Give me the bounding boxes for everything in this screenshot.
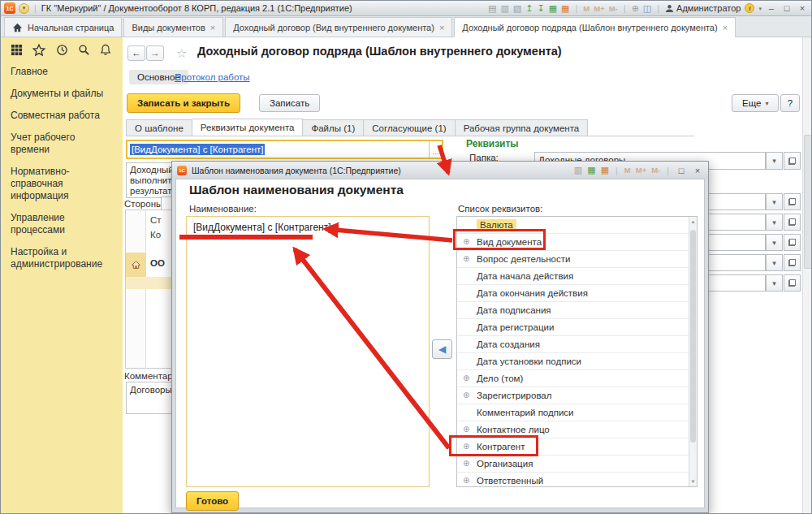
maximize-button[interactable]: □ <box>676 166 687 175</box>
vertical-scrollbar[interactable] <box>802 37 812 514</box>
dropdown-button[interactable]: ▾ <box>766 234 783 251</box>
expand-icon[interactable]: ⊕ <box>463 438 469 455</box>
open-button[interactable] <box>784 193 801 210</box>
expand-icon[interactable]: ⊕ <box>463 251 469 267</box>
memory-plus-button[interactable]: M+ <box>594 4 604 13</box>
sidebar-item-time-tracking[interactable]: Учет рабочего времени <box>1 127 123 161</box>
sidebar-item-process-management[interactable]: Управление процессами <box>1 207 123 241</box>
insert-attribute-button[interactable]: ◀ <box>432 339 452 359</box>
sidebar-item-documents-files[interactable]: Документы и файлы <box>1 83 123 105</box>
table-row-selected[interactable] <box>126 253 146 277</box>
search-icon[interactable] <box>78 44 90 56</box>
sidebar-item-reference-info[interactable]: Нормативно-справочная информация <box>1 161 123 207</box>
attr-item-activity-question[interactable]: ⊕Вопрос деятельности <box>457 251 697 268</box>
attr-item-document-kind[interactable]: ⊕Вид документа <box>457 234 697 251</box>
dropdown-button[interactable]: ▾ <box>766 152 783 170</box>
expand-icon[interactable]: ⊕ <box>463 370 469 387</box>
tab-document-kinds[interactable]: Виды документов × <box>123 17 223 37</box>
attr-item-creation-date[interactable]: Дата создания <box>457 336 697 353</box>
tab-document-requisites[interactable]: Реквизиты документа <box>192 119 304 136</box>
attr-item-contact-person[interactable]: ⊕Контактное лицо <box>457 421 697 438</box>
open-button[interactable] <box>784 234 801 251</box>
print-icon[interactable]: ▥ <box>500 4 508 13</box>
current-user[interactable]: Администратор <box>665 3 741 13</box>
attr-item-signing-date[interactable]: Дата подписания <box>457 302 697 319</box>
split-view-icon[interactable]: ◫ <box>643 4 651 13</box>
choose-button[interactable]: … <box>429 141 442 158</box>
calendar-icon[interactable]: ▦ <box>561 4 569 13</box>
help-button[interactable]: ? <box>780 94 800 112</box>
memory-minus-button[interactable]: M- <box>609 4 618 13</box>
save-icon[interactable]: ▤ <box>488 4 496 13</box>
tab-home[interactable]: Начальная страница <box>4 17 122 37</box>
open-button[interactable] <box>784 274 801 292</box>
attr-item-counterparty[interactable]: ⊕Контрагент <box>457 438 697 456</box>
open-button[interactable] <box>784 214 801 231</box>
save-button[interactable]: Записать <box>259 94 320 112</box>
sidebar-item-settings-admin[interactable]: Настройка и администрирование <box>1 241 123 275</box>
main-menu-icon[interactable]: ▾ <box>19 3 29 14</box>
tab-working-group[interactable]: Рабочая группа документа <box>456 119 589 136</box>
history-icon[interactable] <box>56 44 68 56</box>
close-tab-icon[interactable]: × <box>210 23 215 32</box>
tab-approvers[interactable]: Согласующие (1) <box>364 119 455 136</box>
tab-about-template[interactable]: О шаблоне <box>126 119 192 136</box>
attr-item-signature-date[interactable]: Дата установки подписи <box>457 353 697 370</box>
favorite-star-icon[interactable]: ☆ <box>176 46 187 61</box>
calendar-icon[interactable]: ▦ <box>601 166 609 175</box>
expand-icon[interactable]: ⊕ <box>463 421 469 438</box>
name-template-textarea[interactable]: [ВидДокумента] с [Контрагент] <box>186 216 430 487</box>
tab-files[interactable]: Файлы (1) <box>303 119 364 136</box>
calculator-icon[interactable]: ▦ <box>549 4 557 13</box>
maximize-button[interactable]: □ <box>781 3 793 13</box>
receive-icon[interactable]: ↧ <box>537 4 544 13</box>
favorites-star-icon[interactable] <box>32 44 45 56</box>
dropdown-button[interactable]: ▾ <box>766 214 783 231</box>
zoom-icon[interactable]: ⊕ <box>632 4 639 13</box>
open-button[interactable] <box>784 254 801 271</box>
save-and-close-button[interactable]: Записать и закрыть <box>127 93 240 113</box>
expand-icon[interactable]: ⊕ <box>463 473 469 487</box>
calculator-icon[interactable]: ▦ <box>587 166 595 175</box>
close-tab-icon[interactable]: × <box>439 23 444 32</box>
tab-income-contract[interactable]: Доходный договор (Вид внутреннего докуме… <box>225 17 452 37</box>
attr-item-registered-by[interactable]: ⊕Зарегистрировал <box>457 387 697 404</box>
back-button[interactable]: ← <box>127 45 145 61</box>
info-icon[interactable]: i <box>745 3 754 13</box>
memory-button[interactable]: M <box>583 4 590 13</box>
dialog-titlebar[interactable]: 1С Шаблон наименования документа (1С:Пре… <box>172 162 708 179</box>
open-button[interactable] <box>784 152 801 170</box>
close-button[interactable]: × <box>692 166 703 175</box>
attr-item-registration-date[interactable]: Дата регистрации <box>457 319 697 336</box>
dropdown-button[interactable]: ▾ <box>766 274 783 292</box>
attr-item-end-date[interactable]: Дата окончания действия <box>457 285 697 302</box>
close-tab-icon[interactable]: × <box>723 23 728 32</box>
expand-icon[interactable]: ⊕ <box>463 387 469 404</box>
scrollbar-thumb[interactable] <box>690 230 696 443</box>
list-scrollbar[interactable]: ▲ ▼ <box>689 217 697 486</box>
attr-item-currency[interactable]: Валюта <box>457 217 697 234</box>
forward-button[interactable]: → <box>146 45 164 61</box>
tab-template-active[interactable]: Доходный договор подряда (Шаблон внутрен… <box>454 17 736 37</box>
scrollbar-thumb[interactable] <box>804 135 812 269</box>
dropdown-button[interactable]: ▾ <box>766 193 783 210</box>
attr-item-case-volume[interactable]: ⊕Дело (том) <box>457 370 697 387</box>
sections-grid-icon[interactable] <box>11 44 23 56</box>
naming-template-field[interactable]: [ВидДокумента] с [Контрагент] … <box>126 140 443 159</box>
nav-protocol-link[interactable]: Протокол работы <box>175 72 250 82</box>
print-icon[interactable]: ▥ <box>574 166 582 175</box>
send-icon[interactable]: ↥ <box>525 4 533 13</box>
attr-item-responsible[interactable]: ⊕Ответственный <box>457 473 697 487</box>
attr-item-organization[interactable]: ⊕Организация <box>457 456 697 473</box>
minimize-button[interactable]: – <box>766 3 777 13</box>
more-button[interactable]: Еще ▾ <box>732 94 779 112</box>
expand-icon[interactable]: ⊕ <box>463 456 469 472</box>
dropdown-button[interactable]: ▾ <box>766 254 783 271</box>
sidebar-item-collaboration[interactable]: Совместная работа <box>1 105 123 127</box>
attr-item-signature-comment[interactable]: Комментарий подписи <box>457 404 697 421</box>
scroll-down-icon[interactable]: ▼ <box>689 479 697 484</box>
attr-item-start-date[interactable]: Дата начала действия <box>457 268 697 285</box>
memory-button[interactable]: M <box>624 166 631 175</box>
memory-minus-button[interactable]: M- <box>651 166 660 175</box>
attributes-list[interactable]: Валюта ⊕Вид документа ⊕Вопрос деятельнос… <box>456 216 698 487</box>
